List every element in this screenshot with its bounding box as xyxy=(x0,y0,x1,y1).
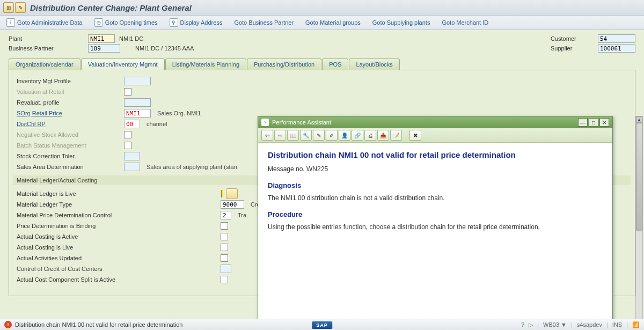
plant-label: Plant xyxy=(9,35,84,42)
goto-opening-times[interactable]: ◷Goto Opening times xyxy=(92,17,160,28)
procedure-text: Using the possible entries function, cho… xyxy=(268,223,603,232)
cccc-label: Control of Credit of Cost Centers xyxy=(17,266,221,272)
close-icon[interactable]: ✕ xyxy=(599,118,609,127)
back-icon[interactable]: ⇦ xyxy=(261,130,273,141)
link-icon[interactable]: 🔗 xyxy=(352,130,363,141)
address-icon: ⚲ xyxy=(170,18,178,27)
scroll-thumb[interactable] xyxy=(636,123,642,231)
inv-profile-input[interactable] xyxy=(124,77,151,85)
highlight-icon[interactable]: ✐ xyxy=(326,130,338,141)
reval-profile-input[interactable] xyxy=(124,98,151,107)
user-icon[interactable]: 👤 xyxy=(339,130,350,141)
mpdc-label: Material Price Determination Control xyxy=(17,212,221,218)
distchl-input[interactable] xyxy=(124,120,140,128)
plant-desc: NMI1 DC xyxy=(119,35,143,42)
pdb-label: Price Determination is Binding xyxy=(17,223,221,229)
tabstrip: Organization/calendar Valuation/Inventor… xyxy=(9,58,635,70)
sorg-input[interactable] xyxy=(124,109,151,118)
accs-check[interactable] xyxy=(221,276,228,283)
title-bar: ⊞ ✎ Distribution Center Change: Plant Ge… xyxy=(0,0,644,16)
pdb-check[interactable] xyxy=(221,222,228,230)
sales-area-desc: Sales area of supplying plant (stan xyxy=(147,164,237,170)
distchl-label[interactable]: DistChl RP xyxy=(17,121,124,127)
popup-heading: Distribution chain NMI1 00 not valid for… xyxy=(268,150,603,159)
popup-body: Distribution chain NMI1 00 not valid for… xyxy=(258,143,612,320)
display-address[interactable]: ⚲Display Address xyxy=(167,17,225,28)
customer-input[interactable] xyxy=(598,34,635,43)
info-icon: i xyxy=(6,18,15,27)
tab-listing[interactable]: Listing/Materials Planning xyxy=(165,58,246,70)
accs-label: Actual Cost Component Split is Active xyxy=(17,276,221,283)
goto-business-partner[interactable]: Goto Business Partner xyxy=(232,18,296,27)
note-icon[interactable]: 📝 xyxy=(390,130,402,141)
book-icon[interactable]: 📖 xyxy=(287,130,299,141)
main-toolbar: iGoto Administrative Data ◷Goto Opening … xyxy=(0,16,644,30)
print-icon[interactable]: 🖨 xyxy=(364,130,376,141)
customer-label: Customer xyxy=(551,35,594,42)
cccc-input[interactable] xyxy=(221,265,231,273)
aau-check[interactable] xyxy=(221,254,228,262)
export-icon[interactable]: 📤 xyxy=(377,130,389,141)
neg-stock-check xyxy=(124,131,131,138)
tab-purchasing[interactable]: Purchasing/Distribution xyxy=(247,58,321,70)
popup-toolbar: ⇦ ⇨ 📖 🔧 ✎ ✐ 👤 🔗 🖨 📤 📝 ✖ xyxy=(258,128,612,143)
content-area: Plant NMI1 DC Business Partner NMI1 DC /… xyxy=(0,30,644,320)
val-retail-label: Valuation at Retail xyxy=(17,89,124,95)
minimize-icon[interactable]: — xyxy=(578,118,588,127)
distchl-desc: channel xyxy=(147,121,167,127)
ml-type-label: Material Ledger Type xyxy=(17,201,221,208)
procedure-heading: Procedure xyxy=(268,210,603,218)
edit-icon[interactable]: ✎ xyxy=(313,130,325,141)
maximize-icon[interactable]: □ xyxy=(589,118,598,127)
bp-label: Business Partner xyxy=(9,45,84,52)
tab-pos[interactable]: POS xyxy=(322,58,348,70)
goto-merchant-id[interactable]: Goto Merchant ID xyxy=(440,18,491,27)
pencil-icon[interactable]: ✎ xyxy=(15,2,26,13)
goto-supplying-plants[interactable]: Goto Supplying plants xyxy=(370,18,433,27)
diagnosis-heading: Diagnosis xyxy=(268,181,603,189)
diagnosis-text: The NMI1 00 distribution chain is not a … xyxy=(268,194,603,203)
acl-label: Actual Costing is Live xyxy=(17,244,221,251)
mpdc-input[interactable] xyxy=(221,211,231,219)
close-toolbar-icon[interactable]: ✖ xyxy=(409,130,421,141)
batch-status-check xyxy=(124,142,131,149)
popup-title: Performance Assistant xyxy=(272,119,331,126)
bp-input[interactable] xyxy=(88,44,120,53)
tab-valuation[interactable]: Valuation/Inventory Mgmnt xyxy=(81,58,165,70)
tech-info-icon[interactable]: 🔧 xyxy=(300,130,312,141)
ml-live-button[interactable] xyxy=(226,188,238,199)
vertical-scrollbar[interactable]: ▲ ▼ xyxy=(635,116,643,320)
sorg-label[interactable]: SOrg Retail Price xyxy=(17,110,124,116)
stock-corr-label: Stock Correction Toler. xyxy=(17,153,124,159)
neg-stock-label: Negative Stock Allowed xyxy=(17,131,124,138)
goto-material-groups[interactable]: Goto Material groups xyxy=(303,18,363,27)
goto-admin-data[interactable]: iGoto Administrative Data xyxy=(4,17,85,28)
reval-profile-label: Revaluat. profile xyxy=(17,99,124,106)
page-title: Distribution Center Change: Plant Genera… xyxy=(30,3,192,12)
val-retail-check xyxy=(124,88,131,96)
scroll-up-icon[interactable]: ▲ xyxy=(636,116,642,123)
bp-desc: NMI1 DC / 12345 AAA xyxy=(135,45,194,52)
sorg-desc: Sales Org. NMI1 xyxy=(157,110,201,116)
orgchart-icon[interactable]: ⊞ xyxy=(3,2,14,13)
aca-check[interactable] xyxy=(221,233,228,240)
mpdc-desc: Tra xyxy=(238,212,246,218)
forward-icon[interactable]: ⇨ xyxy=(274,130,286,141)
sales-area-input[interactable] xyxy=(124,163,140,171)
clock-icon: ◷ xyxy=(94,18,103,27)
sales-area-label: Sales Area Determination xyxy=(17,164,124,170)
tab-organization[interactable]: Organization/calendar xyxy=(9,58,80,70)
inv-profile-label: Inventory Mgt Profile xyxy=(17,78,124,84)
ml-type-input[interactable] xyxy=(221,200,244,209)
supplier-label: Supplier xyxy=(551,45,594,52)
plant-input[interactable] xyxy=(88,34,115,43)
aau-label: Actual Activities Updated xyxy=(17,255,221,261)
acl-check[interactable] xyxy=(221,244,228,251)
popup-header[interactable]: ? Performance Assistant — □ ✕ xyxy=(258,116,612,128)
popup-msgno: Message no. WN225 xyxy=(268,165,603,174)
popup-icon: ? xyxy=(261,119,269,126)
tab-layout[interactable]: Layout/Blocks xyxy=(349,58,399,70)
stock-corr-input[interactable] xyxy=(124,152,140,160)
ml-live-check[interactable] xyxy=(221,190,222,197)
supplier-input[interactable] xyxy=(598,44,635,53)
